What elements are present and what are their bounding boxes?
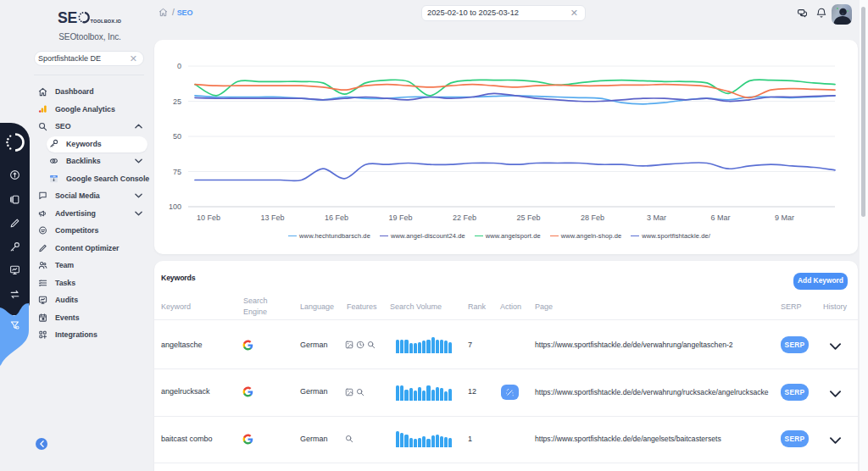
svg-text:9 Mar: 9 Mar bbox=[775, 213, 794, 222]
svg-text:6 Mar: 6 Mar bbox=[710, 213, 730, 222]
svg-text:0: 0 bbox=[177, 62, 181, 70]
svg-text:100: 100 bbox=[169, 202, 181, 211]
svg-text:13 Feb: 13 Feb bbox=[260, 213, 284, 222]
svg-text:22 Feb: 22 Feb bbox=[453, 213, 476, 222]
svg-text:TOOLBOX.IO: TOOLBOX.IO bbox=[91, 19, 122, 24]
svg-text:19 Feb: 19 Feb bbox=[388, 213, 412, 222]
svg-text:28 Feb: 28 Feb bbox=[581, 213, 604, 222]
svg-text:25 Feb: 25 Feb bbox=[516, 213, 540, 222]
svg-text:75: 75 bbox=[173, 168, 181, 176]
svg-text:25: 25 bbox=[173, 97, 181, 106]
svg-text:3 Mar: 3 Mar bbox=[647, 213, 666, 222]
svg-text:10 Feb: 10 Feb bbox=[197, 213, 220, 222]
svg-text:50: 50 bbox=[173, 132, 181, 141]
svg-text:SE: SE bbox=[58, 11, 77, 25]
svg-text:16 Feb: 16 Feb bbox=[325, 213, 348, 222]
